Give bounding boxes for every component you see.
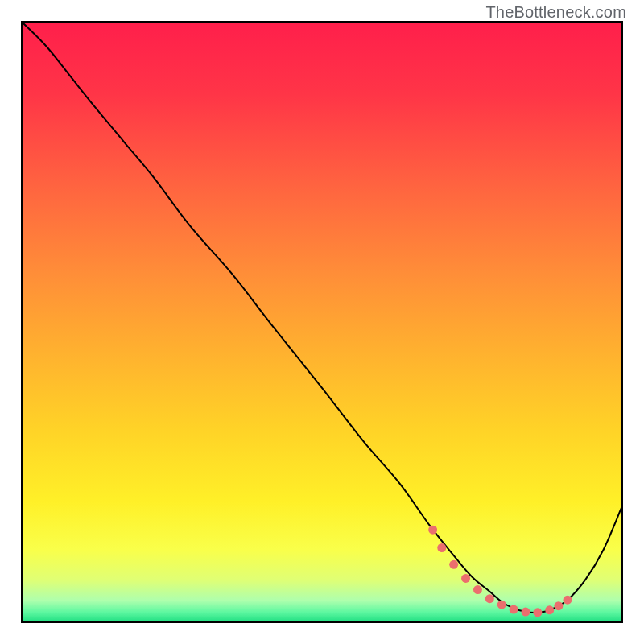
valley-marker [545,605,554,614]
valley-marker [449,560,458,569]
valley-marker [473,585,482,594]
valley-marker [497,601,506,609]
chart-container: TheBottleneck.com [0,0,644,644]
valley-marker [428,526,437,535]
valley-highlight-markers [428,526,572,617]
valley-marker [461,574,470,583]
bottleneck-chart [21,21,623,623]
valley-marker [510,605,518,614]
bottleneck-curve [23,23,621,613]
valley-marker [533,608,542,617]
valley-marker [437,543,446,552]
chart-plot-layer [23,23,621,621]
valley-marker [521,608,530,617]
attribution-text: TheBottleneck.com [485,3,626,22]
valley-marker [564,596,572,605]
valley-marker [554,601,563,610]
valley-marker [485,594,494,603]
